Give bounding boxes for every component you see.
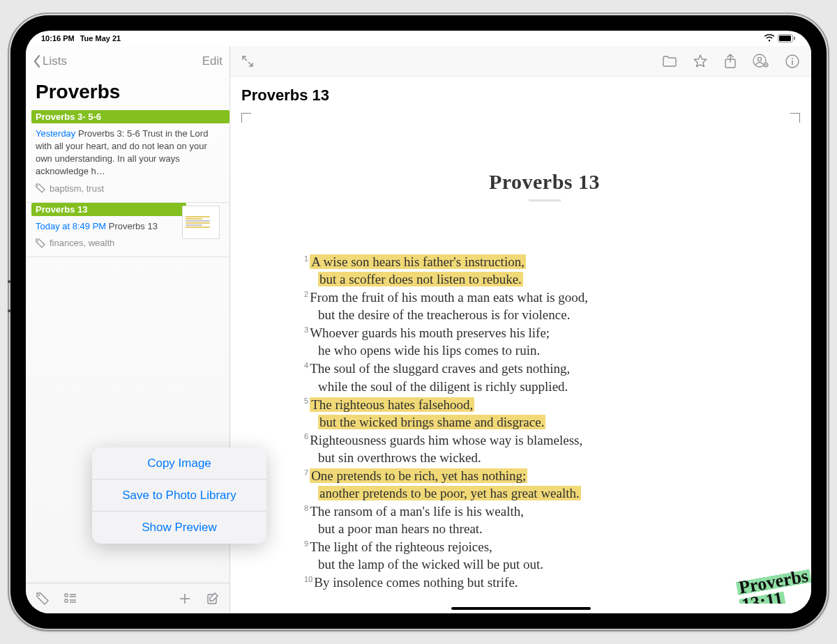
verse-list: 1A wise son hears his father's instructi… (286, 253, 803, 591)
plus-button[interactable] (178, 592, 192, 606)
crop-corner-top-left (241, 113, 251, 123)
svg-rect-1 (779, 36, 791, 41)
info-icon[interactable] (785, 54, 800, 69)
back-button[interactable]: Lists (33, 54, 67, 68)
expand-icon[interactable] (241, 55, 254, 68)
person-add-icon[interactable] (753, 54, 769, 69)
status-time: 10:16 PM (41, 34, 75, 43)
note-header: Proverbs 3- 5-6 (31, 110, 229, 123)
back-label: Lists (43, 54, 67, 68)
tag-filter-button[interactable] (36, 592, 50, 606)
popover-copy-image[interactable]: Copy Image (92, 447, 266, 480)
status-bar: 10:16 PM Tue May 21 (26, 31, 811, 46)
popover-save-photo[interactable]: Save to Photo Library (92, 480, 266, 512)
ipad-frame: 10:16 PM Tue May 21 Lists Edi (10, 15, 827, 629)
svg-point-17 (757, 57, 761, 61)
note-preview: Proverbs 13 (109, 221, 158, 231)
sidebar: Lists Edit Proverbs Proverbs 3- 5-6 Yest… (26, 46, 230, 613)
tag-icon (36, 238, 45, 248)
wifi-icon (764, 34, 775, 43)
svg-point-22 (792, 58, 793, 59)
svg-rect-2 (794, 37, 795, 40)
battery-icon (778, 34, 796, 43)
hardware-dots (8, 280, 10, 350)
note-date: Today at 8:49 PM (36, 221, 106, 231)
page-heading: Proverbs 13 (286, 170, 803, 201)
list-item[interactable]: Proverbs 3- 5-6 Yesterday Proverbs 3: 5-… (26, 110, 229, 203)
document-title: Proverbs 13 (230, 77, 811, 107)
app-root: Lists Edit Proverbs Proverbs 3- 5-6 Yest… (26, 46, 811, 613)
status-date: Tue May 21 (80, 34, 121, 43)
list-item[interactable]: Proverbs 13 Today at 8:49 PM Proverbs 13… (26, 203, 229, 258)
main-pane: Proverbs 13 Proverbs 13 1A wise son hear… (230, 46, 811, 613)
note-date: Yesterday (36, 128, 75, 139)
home-indicator[interactable] (230, 604, 811, 613)
edit-button[interactable]: Edit (202, 54, 223, 68)
note-thumbnail (182, 206, 220, 239)
svg-rect-6 (65, 594, 68, 597)
star-icon[interactable] (693, 54, 708, 69)
sidebar-nav: Lists Edit (26, 46, 229, 77)
attachments-button[interactable] (63, 592, 77, 606)
document-page: Proverbs 13 1A wise son hears his father… (286, 121, 803, 604)
sidebar-title: Proverbs (26, 77, 229, 110)
context-popover: Copy Image Save to Photo Library Show Pr… (92, 447, 266, 544)
main-nav (230, 46, 811, 77)
note-tags-text: finances, wealth (50, 238, 114, 248)
note-header: Proverbs 13 (31, 203, 186, 216)
document-area[interactable]: Proverbs 13 1A wise son hears his father… (230, 107, 811, 604)
sidebar-toolbar (26, 583, 229, 613)
note-tags-text: baptism, trust (50, 183, 104, 194)
svg-point-5 (38, 594, 40, 595)
svg-point-4 (37, 240, 38, 241)
screen: 10:16 PM Tue May 21 Lists Edi (26, 31, 811, 613)
svg-rect-7 (65, 599, 68, 602)
share-icon[interactable] (723, 53, 737, 70)
svg-point-3 (37, 185, 38, 186)
popover-show-preview[interactable]: Show Preview (92, 512, 266, 544)
compose-button[interactable] (206, 592, 220, 606)
folder-icon[interactable] (662, 54, 677, 68)
tag-icon (36, 183, 45, 193)
